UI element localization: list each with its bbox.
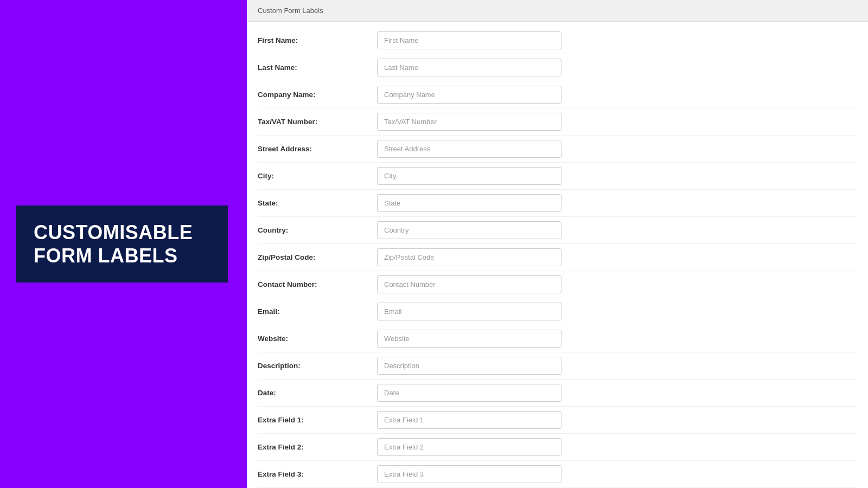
label-description: Description: [258,362,377,370]
form-row-first-name: First Name: [258,27,857,54]
label-extra-field-3: Extra Field 3: [258,470,377,478]
label-city: City: [258,172,377,180]
form-row-tax-vat-number: Tax/VAT Number: [258,108,857,136]
label-date: Date: [258,389,377,397]
input-date[interactable] [377,384,561,402]
form-row-street-address: Street Address: [258,136,857,163]
label-state: State: [258,199,377,207]
banner: CUSTOMISABLE FORM LABELS [16,206,228,282]
form-row-extra-field-1: Extra Field 1: [258,407,857,434]
input-tax-vat-number[interactable] [377,113,561,131]
label-company-name: Company Name: [258,91,377,99]
right-panel: Custom Form Labels First Name:Last Name:… [247,0,868,488]
form-row-last-name: Last Name: [258,54,857,81]
banner-text: CUSTOMISABLE FORM LABELS [34,221,210,267]
form-row-city: City: [258,163,857,190]
input-contact-number[interactable] [377,275,561,293]
label-street-address: Street Address: [258,145,377,153]
input-extra-field-1[interactable] [377,411,561,429]
label-email: Email: [258,307,377,316]
label-tax-vat-number: Tax/VAT Number: [258,118,377,126]
form-row-description: Description: [258,352,857,380]
left-panel: CUSTOMISABLE FORM LABELS [0,0,247,488]
label-extra-field-2: Extra Field 2: [258,443,377,451]
form-row-zip-postal-code: Zip/Postal Code: [258,244,857,271]
input-email[interactable] [377,303,561,320]
label-extra-field-1: Extra Field 1: [258,416,377,424]
label-last-name: Last Name: [258,63,377,72]
form-row-company-name: Company Name: [258,81,857,108]
label-website: Website: [258,335,377,343]
form-row-email: Email: [258,298,857,325]
form-row-extra-field-3: Extra Field 3: [258,461,857,488]
label-first-name: First Name: [258,36,377,44]
input-website[interactable] [377,330,561,348]
form-row-website: Website: [258,325,857,352]
label-contact-number: Contact Number: [258,280,377,288]
form-row-contact-number: Contact Number: [258,271,857,298]
input-company-name[interactable] [377,86,561,104]
input-first-name[interactable] [377,31,561,49]
input-country[interactable] [377,221,561,239]
input-extra-field-2[interactable] [377,438,561,456]
label-country: Country: [258,226,377,234]
form-row-date: Date: [258,380,857,407]
input-city[interactable] [377,167,561,185]
form-row-state: State: [258,190,857,217]
input-state[interactable] [377,194,561,212]
form-row-country: Country: [258,217,857,244]
input-last-name[interactable] [377,59,561,76]
form-row-extra-field-2: Extra Field 2: [258,434,857,461]
input-description[interactable] [377,357,561,375]
input-zip-postal-code[interactable] [377,248,561,266]
form-header: Custom Form Labels [247,0,868,22]
label-zip-postal-code: Zip/Postal Code: [258,253,377,261]
input-extra-field-3[interactable] [377,465,561,483]
form-content: First Name:Last Name:Company Name:Tax/VA… [247,22,868,488]
input-street-address[interactable] [377,140,561,158]
